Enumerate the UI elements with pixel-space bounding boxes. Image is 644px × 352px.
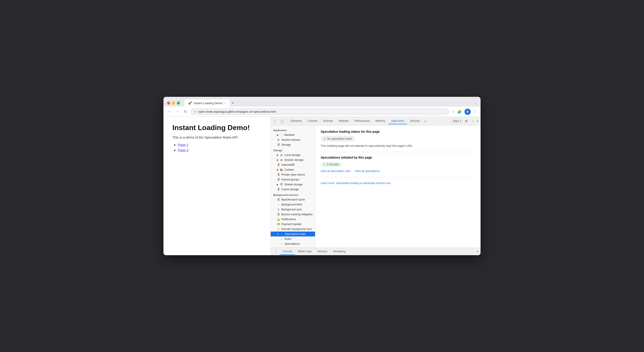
bounce-tracking-icon: 🗄 xyxy=(277,213,280,216)
bottom-menu-button[interactable]: ⋮ xyxy=(272,249,279,254)
speculations-title: Speculations initiated by this page xyxy=(321,156,475,159)
tab-security[interactable]: Security xyxy=(407,118,422,124)
shared-storage-arrow: ▶ xyxy=(277,183,278,186)
speculations-icon: ↕ xyxy=(280,243,283,245)
tab-elements[interactable]: Elements xyxy=(288,118,304,124)
tab-application[interactable]: Application xyxy=(388,118,407,124)
more-button[interactable]: ⋮ xyxy=(474,109,477,114)
sidebar-item-label: Background fetch xyxy=(281,203,302,206)
sidebar-item-label: Payment handler xyxy=(281,223,302,226)
more-tabs-button[interactable]: » xyxy=(423,118,428,124)
session-storage-icon: ⊞ xyxy=(280,159,283,161)
cache-storage-icon: 🗄 xyxy=(277,188,280,191)
bottom-tab-whats-new[interactable]: What's new xyxy=(295,249,314,255)
session-storage-arrow: ▶ xyxy=(277,159,278,161)
tab-network[interactable]: Network xyxy=(336,118,351,124)
sidebar-item-rules[interactable]: ↕ Rules xyxy=(271,236,315,241)
sidebar-item-label: Speculations xyxy=(284,242,300,245)
sidebar-item-cache-storage[interactable]: 🗄 Cache storage xyxy=(271,187,315,192)
tab-close-button[interactable]: × xyxy=(225,101,226,105)
close-traffic-light[interactable] xyxy=(167,101,170,105)
shared-storage-icon: 🗄 xyxy=(280,183,283,186)
manifest-icon: 📄 xyxy=(280,134,283,136)
devtools-more-button[interactable]: ⋮ xyxy=(470,118,476,124)
url-bar[interactable]: ⊙ open-chalk-asparagus.glitch.me/page1-u… xyxy=(190,108,449,115)
maximize-traffic-light[interactable] xyxy=(177,101,180,105)
sidebar-item-back-forward-cache[interactable]: 🗄 Back/forward cache xyxy=(271,197,315,202)
storage-section-title: Storage xyxy=(271,147,315,153)
links-row: View all speculation rules · View all sp… xyxy=(321,170,475,173)
learn-more-link[interactable]: Learn more: Speculative loading on devel… xyxy=(321,182,391,185)
back-button[interactable]: ← xyxy=(167,109,172,115)
sidebar-item-session-storage[interactable]: ▶ ⊞ Session storage xyxy=(271,157,315,162)
sidebar-item-interest-groups[interactable]: 🗄 Interest groups xyxy=(271,177,315,182)
no-loads-icon: ⊘ xyxy=(324,137,326,140)
page2-link[interactable]: Page 2 xyxy=(178,143,188,147)
address-bar: ← → ↻ ⊙ open-chalk-asparagus.glitch.me/p… xyxy=(164,107,480,117)
sidebar-item-label: Session storage xyxy=(284,158,304,161)
devtools-sidebar: Application ▶ 📄 Manifest ⚙ Service worke… xyxy=(271,125,315,248)
view-speculations-link[interactable]: View all speculations xyxy=(355,170,380,173)
tab-favicon: 🚀 xyxy=(188,101,192,105)
local-storage-icon: ⊞ xyxy=(280,154,283,157)
tab-memory[interactable]: Memory xyxy=(373,118,388,124)
sidebar-item-bounce-tracking[interactable]: 🗄 Bounce tracking mitigation xyxy=(271,212,315,217)
sidebar-item-local-storage[interactable]: ▶ ⊞ Local storage xyxy=(271,153,315,157)
success-check-icon: ✓ xyxy=(323,163,326,166)
devtools-toolbar: ⬚ ⬜ Elements Console Sources Network Per… xyxy=(271,117,480,125)
bottom-tab-sensors[interactable]: Sensors xyxy=(315,249,330,255)
sidebar-item-background-sync[interactable]: ↻ Background sync xyxy=(271,207,315,212)
sidebar-item-label: Periodic background sync xyxy=(281,228,312,231)
inspect-element-button[interactable]: ⬚ xyxy=(272,118,278,124)
bottom-bar: ⋮ Console What's new Sensors Rendering × xyxy=(271,248,480,255)
main-panel: Speculative loading status for this page… xyxy=(315,125,480,248)
speculative-status-title: Speculative loading status for this page xyxy=(321,130,475,133)
speculative-loads-arrow: ▼ xyxy=(277,233,279,235)
context-selector[interactable]: Main ▾ xyxy=(452,119,462,123)
sidebar-item-periodic-background-sync[interactable]: 🕐 Periodic background sync xyxy=(271,227,315,232)
security-icon: ⊙ xyxy=(194,110,196,113)
new-tab-button[interactable]: + xyxy=(230,100,236,106)
traffic-lights xyxy=(167,101,180,105)
minimize-traffic-light[interactable] xyxy=(172,101,175,105)
title-bar: 🚀 Instant Loading Demo! × + ⌄ xyxy=(164,97,480,107)
device-toggle-button[interactable]: ⬜ xyxy=(278,118,285,124)
toolbar-separator xyxy=(286,119,286,123)
bookmark-button[interactable]: ☆ xyxy=(452,109,455,114)
sidebar-item-private-state-tokens[interactable]: 🗄 Private state tokens xyxy=(271,172,315,177)
page3-link[interactable]: Page 3 xyxy=(178,148,188,152)
sidebar-item-background-fetch[interactable]: ↕ Background fetch xyxy=(271,202,315,207)
sidebar-item-notifications[interactable]: 🔔 Notifications xyxy=(271,217,315,222)
settings-button[interactable]: ⚙ xyxy=(464,118,469,124)
tab-performance[interactable]: Performance xyxy=(352,118,372,124)
tab-console[interactable]: Console xyxy=(305,118,320,124)
sidebar-item-speculations[interactable]: ↕ Speculations xyxy=(271,241,315,246)
bottom-close-button[interactable]: × xyxy=(477,250,479,254)
reload-button[interactable]: ↻ xyxy=(183,109,188,115)
bottom-tab-rendering[interactable]: Rendering xyxy=(330,249,348,255)
sidebar-item-service-workers[interactable]: ⚙ Service workers xyxy=(271,137,315,142)
sidebar-item-payment-handler[interactable]: 💳 Payment handler xyxy=(271,222,315,227)
sidebar-item-cookies[interactable]: ▶ 🍪 Cookies xyxy=(271,167,315,172)
view-speculation-rules-link[interactable]: View all speculation rules xyxy=(321,170,351,173)
background-fetch-icon: ↕ xyxy=(277,203,280,206)
sidebar-item-speculative-loads[interactable]: ▼ ↕ Speculative loads xyxy=(271,232,315,236)
sidebar-item-shared-storage[interactable]: ▶ 🗄 Shared storage xyxy=(271,182,315,187)
payment-handler-icon: 💳 xyxy=(277,223,280,226)
tab-dropdown-button[interactable]: ⌄ xyxy=(474,101,477,105)
browser-tab-active[interactable]: 🚀 Instant Loading Demo! × xyxy=(184,99,230,107)
periodic-sync-icon: 🕐 xyxy=(277,228,280,231)
devtools-close-button[interactable]: × xyxy=(477,119,479,123)
profile-button[interactable]: B xyxy=(464,109,471,115)
sidebar-item-manifest[interactable]: ▶ 📄 Manifest xyxy=(271,132,315,137)
extension-button[interactable]: 🧩 xyxy=(457,109,462,114)
sidebar-item-label: IndexedDB xyxy=(281,163,294,166)
service-workers-icon: ⚙ xyxy=(277,138,280,141)
section-divider-2 xyxy=(321,177,475,177)
sidebar-item-storage[interactable]: 🗄 Storage xyxy=(271,142,315,147)
sidebar-item-indexeddb[interactable]: 🗄 IndexedDB xyxy=(271,162,315,167)
bottom-tab-console[interactable]: Console xyxy=(280,249,295,255)
tab-sources[interactable]: Sources xyxy=(320,118,336,124)
forward-button[interactable]: → xyxy=(175,109,180,115)
background-sync-icon: ↻ xyxy=(277,208,280,211)
